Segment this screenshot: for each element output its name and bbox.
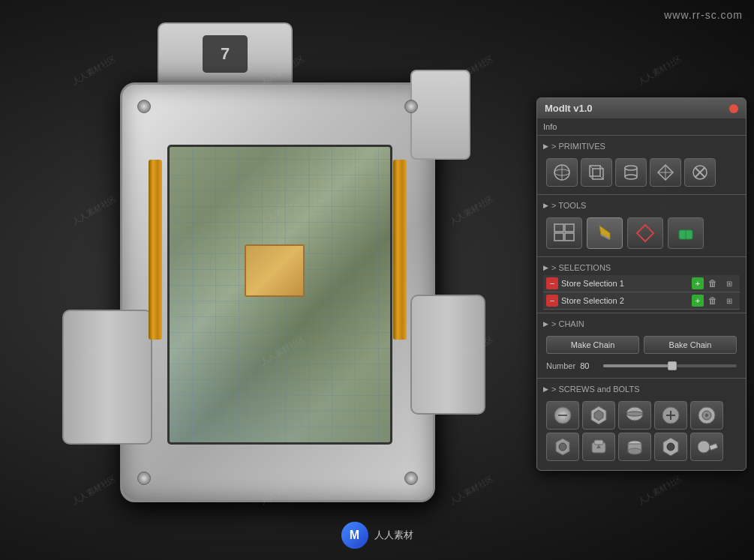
chain-buttons-row: Make Chain Bake Chain (543, 331, 740, 358)
selection-2-minus-btn[interactable]: − (546, 295, 558, 307)
selection-2-grid-btn[interactable]: ⊞ (722, 295, 737, 307)
number-value: 80 (580, 361, 599, 370)
screw-dome-icon (623, 403, 647, 427)
diamond-tool-icon (634, 223, 656, 244)
screws-section: ▶ > SCREWS and BOLTS (537, 379, 746, 470)
primitive-sphere-x-btn[interactable] (684, 158, 716, 187)
svg-marker-24 (637, 225, 653, 241)
screw-btn-4[interactable] (654, 401, 687, 430)
panel-title-bar: ModIt v1.0 (537, 98, 746, 118)
primitives-icon-grid (543, 154, 740, 191)
left-arm (62, 310, 152, 445)
screw-btn-9[interactable] (654, 433, 687, 461)
slider-fill (603, 364, 677, 367)
frame-screw (137, 472, 151, 485)
selections-arrow: ▶ (543, 264, 548, 271)
svg-point-48 (667, 443, 674, 451)
screw-btn-2[interactable] (582, 401, 615, 430)
primitive-cylinder-btn[interactable] (615, 158, 647, 187)
top-right-bracket (410, 70, 470, 160)
circuit-board (167, 145, 392, 445)
frame-screw (404, 100, 418, 113)
screw-btn-5[interactable] (690, 401, 723, 430)
svg-point-46 (628, 448, 641, 454)
chain-arrow: ▶ (543, 320, 548, 328)
number-row: Number 80 (543, 358, 740, 375)
sphere-x-icon (690, 163, 710, 182)
chain-header[interactable]: ▶ > CHAIN (543, 316, 740, 331)
selection-1-minus-btn[interactable]: − (546, 277, 558, 289)
primitives-header[interactable]: ▶ > PRIMITIVES (543, 139, 740, 154)
eraser-icon (674, 223, 697, 244)
selections-header[interactable]: ▶ > SELECTIONS (543, 260, 740, 275)
screw-btn-7[interactable] (582, 433, 615, 461)
screw-btn-10[interactable] (690, 433, 723, 461)
selection-2-trash-btn[interactable]: 🗑 (707, 295, 719, 307)
render-area: 人人素材社区 人人素材社区 人人素材社区 人人素材社区 人人素材社区 人人素材社… (0, 0, 754, 560)
connector-right (393, 160, 407, 340)
tool-knife-btn[interactable] (587, 217, 623, 249)
selection-1-grid-btn[interactable]: ⊞ (722, 277, 737, 289)
screw-round-icon (551, 403, 575, 427)
svg-rect-20 (565, 224, 574, 232)
primitive-cube-btn[interactable] (581, 158, 612, 187)
primitives-arrow: ▶ (543, 142, 548, 150)
make-chain-button[interactable]: Make Chain (546, 336, 639, 354)
device-number: 7 (203, 35, 248, 73)
screw-btn-3[interactable] (618, 401, 651, 430)
slider-thumb[interactable] (668, 361, 677, 370)
number-label: Number (546, 361, 575, 370)
tools-arrow: ▶ (543, 202, 548, 209)
screw-knob-icon (695, 403, 719, 427)
svg-rect-21 (554, 233, 563, 241)
knife-icon (593, 223, 616, 244)
selection-1-plus-btn[interactable]: + (692, 277, 704, 289)
screw-btn-1[interactable] (546, 401, 579, 430)
screws-grid (543, 397, 740, 467)
selection-1-label: Store Selection 1 (561, 279, 689, 288)
tool-camera-btn[interactable] (546, 217, 582, 249)
primitive-sphere-btn[interactable] (546, 158, 578, 187)
selection-2-label: Store Selection 2 (561, 296, 689, 305)
svg-rect-19 (554, 224, 563, 232)
selection-row-2: − Store Selection 2 + 🗑 ⊞ (543, 292, 740, 310)
svg-point-38 (705, 414, 708, 417)
bolt-socket-icon (587, 435, 611, 459)
bolt-nut-icon (659, 435, 683, 459)
frame-screw (137, 100, 151, 113)
bottom-logo: M 人人素材 (341, 522, 413, 549)
screw-btn-8[interactable] (618, 433, 651, 461)
selection-1-trash-btn[interactable]: 🗑 (707, 277, 719, 289)
svg-point-32 (626, 412, 643, 416)
screw-btn-6[interactable] (546, 433, 579, 461)
connector-left (149, 160, 162, 340)
camera-grid-icon (553, 223, 575, 244)
cpu-chip (245, 244, 305, 297)
screw-cross-icon (659, 403, 683, 427)
selection-2-plus-btn[interactable]: + (692, 295, 704, 307)
tools-header[interactable]: ▶ > TOOLS (543, 198, 740, 213)
primitive-diamond-btn[interactable] (650, 158, 681, 187)
close-button[interactable] (729, 104, 738, 113)
svg-point-49 (698, 441, 710, 453)
bolt-hex-icon (551, 435, 575, 459)
diamond-icon (656, 163, 675, 182)
tool-diamond-btn[interactable] (627, 217, 663, 249)
chain-section: ▶ > CHAIN Make Chain Bake Chain Number 8… (537, 313, 746, 379)
bolt-cylinder-icon (623, 435, 647, 459)
bake-chain-button[interactable]: Bake Chain (644, 336, 737, 354)
number-slider[interactable] (603, 364, 737, 367)
svg-point-40 (559, 443, 566, 451)
svg-rect-42 (594, 440, 603, 445)
tools-section: ▶ > TOOLS (537, 195, 746, 257)
bolt-special-icon (695, 435, 719, 459)
tools-icon-grid (543, 213, 740, 253)
device-container: 7 (45, 22, 465, 532)
tool-eraser-btn[interactable] (668, 217, 704, 249)
svg-point-9 (625, 166, 637, 170)
screws-header[interactable]: ▶ > SCREWS and BOLTS (543, 382, 740, 397)
svg-rect-22 (565, 233, 574, 241)
sphere-icon (552, 163, 572, 182)
frame-screw (404, 472, 418, 485)
cube-wire-icon (587, 163, 606, 182)
